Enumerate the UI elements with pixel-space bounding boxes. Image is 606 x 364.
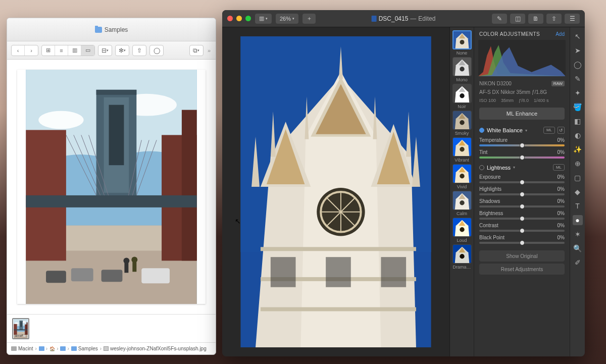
tool-clone[interactable]: ⊕ — [573, 159, 583, 169]
exif-iso: ISO 100 — [479, 98, 496, 103]
slider-tint[interactable]: Tint0% — [478, 148, 566, 160]
slider-exposure[interactable]: Exposure0% — [478, 173, 566, 185]
tool-blur[interactable]: ◐ — [573, 130, 583, 140]
tool-brush[interactable]: ✎ — [573, 74, 583, 84]
document-info-button[interactable]: 🗎 — [528, 14, 543, 24]
finder-preview-image[interactable] — [17, 70, 206, 304]
toolbar-overflow-icon[interactable]: » — [207, 47, 212, 54]
nav-back-forward[interactable]: ‹ › — [11, 45, 38, 56]
zoom-level-button[interactable]: 26%▾ — [276, 14, 298, 24]
tool-picker[interactable]: ✐ — [573, 257, 583, 268]
preset-mono[interactable]: Mono — [452, 57, 472, 82]
repair-tool-button[interactable]: ✎ — [492, 14, 507, 24]
preset-vivid[interactable]: Vivid — [452, 164, 472, 189]
exif-shutter: 1/400 s — [534, 98, 549, 103]
folder-icon — [71, 346, 77, 351]
add-button[interactable]: ＋ — [302, 14, 316, 24]
section-header[interactable]: Lightness ▾ ML — [478, 162, 566, 173]
presets-rail[interactable]: NoneMonoNoirSmokyVibrantVividCalmLoudDra… — [449, 27, 474, 356]
preset-smoky[interactable]: Smoky — [452, 111, 472, 136]
finder-title: Samples — [105, 26, 128, 33]
slider-contrast[interactable]: Contrast0% — [478, 221, 566, 233]
ml-chip[interactable]: ML — [553, 164, 565, 171]
preset-noir[interactable]: Noir — [452, 84, 472, 109]
window-controls[interactable] — [227, 16, 251, 21]
tool-patch[interactable]: ✦ — [573, 88, 583, 98]
finder-path-bar[interactable]: Macint › › 🏠› › Samples › wesley-johnson… — [7, 342, 216, 354]
path-segment[interactable]: Samples — [78, 346, 98, 351]
preset-calm[interactable]: Calm — [452, 191, 472, 216]
preset-drama[interactable]: Drama… — [452, 244, 472, 270]
sidebar-toggle-button[interactable]: ▥ ▾ — [255, 14, 272, 24]
dropbox-button[interactable]: ⧉ ▾ — [189, 45, 204, 56]
section-white-balance: White Balance ▾ ML ↺ Temperature0%Tint0% — [478, 125, 566, 160]
tool-sharpen[interactable]: ◆ — [573, 187, 583, 197]
slider-highlights[interactable]: Highlights0% — [478, 185, 566, 197]
tool-text[interactable]: T — [573, 201, 583, 211]
finder-thumbnail[interactable] — [12, 318, 29, 339]
view-icons-button[interactable]: ⊞ — [42, 45, 55, 56]
finder-content — [7, 60, 216, 314]
finder-toolbar: ‹ › ⊞ ≡ ▥ ▭ ⊟ ▾ ✻ ▾ ⇧ ◯ ⧉ ▾ » — [7, 41, 216, 60]
arrange-button[interactable]: ⊟ ▾ — [98, 45, 112, 56]
home-icon: 🏠 — [49, 346, 55, 351]
reset-icon[interactable]: ↺ — [558, 127, 565, 134]
editor-titlebar[interactable]: ▥ ▾ 26%▾ ＋ DSC_0415 — Edited ✎ ◫ 🗎 ⇧ ☰ — [222, 10, 585, 27]
slider-black-point[interactable]: Black Point0% — [478, 233, 566, 245]
path-segment[interactable]: wesley-johnson-ZNafXonI5Fs-unsplash.jpg — [110, 346, 207, 351]
exif-aperture: ƒ/8.0 — [519, 98, 529, 103]
close-icon[interactable] — [227, 16, 233, 21]
view-mode-group[interactable]: ⊞ ≡ ▥ ▭ — [41, 45, 95, 56]
section-toggle-icon[interactable] — [479, 128, 484, 133]
show-original-button[interactable]: Show Original — [479, 250, 565, 262]
tool-bucket[interactable]: 🪣 — [573, 102, 583, 112]
exif-focal: 35mm — [501, 98, 514, 103]
section-toggle-icon[interactable] — [479, 165, 484, 170]
tool-shape[interactable]: ▢ — [573, 173, 583, 183]
preset-loud[interactable]: Loud — [452, 218, 472, 243]
tool-arrow[interactable]: ➤ — [573, 45, 583, 56]
adjustments-toggle-button[interactable]: ☰ — [565, 14, 580, 24]
tool-loupe[interactable]: 🔍 — [573, 243, 583, 253]
preset-vibrant[interactable]: Vibrant — [452, 137, 472, 163]
image-editor-window: ▥ ▾ 26%▾ ＋ DSC_0415 — Edited ✎ ◫ 🗎 ⇧ ☰ N… — [222, 10, 585, 356]
share-button[interactable]: ⇧ — [132, 45, 146, 56]
editor-canvas[interactable] — [222, 27, 449, 356]
view-gallery-button[interactable]: ▭ — [81, 45, 94, 56]
forward-button[interactable]: › — [25, 45, 38, 56]
tool-fx[interactable]: ● — [573, 215, 583, 225]
histogram[interactable] — [478, 40, 566, 76]
ml-enhance-button[interactable]: ML Enhance — [479, 108, 565, 120]
preset-none[interactable]: None — [452, 30, 472, 56]
section-header[interactable]: White Balance ▾ ML ↺ — [478, 125, 566, 136]
zoom-icon[interactable] — [245, 16, 251, 21]
image-icon — [104, 346, 109, 351]
action-button[interactable]: ✻ ▾ — [115, 45, 129, 56]
edited-image — [231, 36, 440, 347]
tools-rail: ↖➤◯✎✦🪣◧◐✨⊕▢◆T●✶🔍✐ — [570, 27, 585, 356]
tool-gradient[interactable]: ◧ — [573, 116, 583, 126]
folder-icon — [60, 346, 66, 351]
view-list-button[interactable]: ≡ — [55, 45, 68, 56]
finder-window: Samples ‹ › ⊞ ≡ ▥ ▭ ⊟ ▾ ✻ ▾ ⇧ ◯ ⧉ ▾ » Ma… — [7, 18, 216, 355]
path-segment[interactable]: Macint — [18, 346, 33, 351]
share-button[interactable]: ⇧ — [546, 14, 562, 24]
drive-icon — [11, 346, 17, 351]
view-columns-button[interactable]: ▥ — [68, 45, 81, 56]
finder-titlebar[interactable]: Samples — [7, 18, 216, 41]
adjustments-panel: COLOR ADJUSTMENTS Add NIKON D3200 RAW AF… — [474, 27, 570, 356]
tool-star[interactable]: ✶ — [573, 229, 583, 239]
reset-adjustments-button[interactable]: Reset Adjustments — [479, 264, 565, 275]
tool-circle[interactable]: ◯ — [573, 60, 583, 70]
tool-sparkle[interactable]: ✨ — [573, 144, 583, 154]
crop-tool-button[interactable]: ◫ — [510, 14, 525, 24]
tags-button[interactable]: ◯ — [149, 45, 164, 56]
slider-brightness[interactable]: Brightness0% — [478, 209, 566, 221]
tool-pointer[interactable]: ↖ — [573, 31, 583, 41]
ml-chip[interactable]: ML — [543, 127, 555, 134]
slider-temperature[interactable]: Temperature0% — [478, 136, 566, 148]
back-button[interactable]: ‹ — [12, 45, 25, 56]
slider-shadows[interactable]: Shadows0% — [478, 197, 566, 209]
add-adjustment-button[interactable]: Add — [556, 31, 565, 37]
minimize-icon[interactable] — [236, 16, 242, 21]
